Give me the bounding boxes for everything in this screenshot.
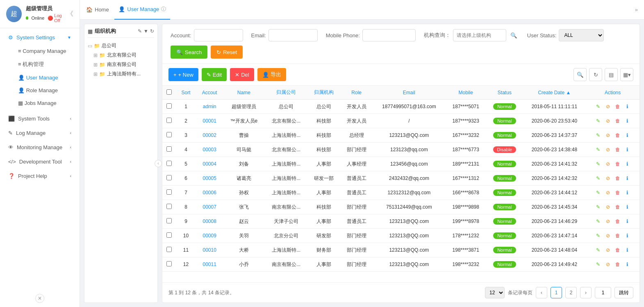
cell-account[interactable]: 00005 <box>196 171 223 186</box>
action-delete-btn[interactable]: 🗑 <box>614 102 622 111</box>
delete-button[interactable]: ✕ Del <box>230 68 254 81</box>
cell-account[interactable]: 00008 <box>196 214 223 229</box>
action-info-btn[interactable]: ℹ <box>624 246 632 254</box>
action-disable-btn[interactable]: ⊘ <box>604 102 612 111</box>
reset-button[interactable]: ↻ Reset <box>211 45 243 59</box>
row-checkbox[interactable] <box>166 232 172 238</box>
row-checkbox[interactable] <box>166 118 172 123</box>
cell-account[interactable]: 00004 <box>196 157 223 171</box>
row-checkbox[interactable] <box>166 146 172 152</box>
action-disable-btn[interactable]: ⊘ <box>604 174 612 182</box>
action-disable-btn[interactable]: ⊘ <box>604 203 612 211</box>
topbar-expand[interactable]: » <box>635 7 638 13</box>
action-edit-btn[interactable]: ✎ <box>594 102 602 111</box>
row-checkbox[interactable] <box>166 247 172 252</box>
expand-org-icon[interactable]: ▼ <box>143 28 148 34</box>
cell-account[interactable]: 00006 <box>196 186 223 200</box>
cell-account[interactable]: 00011 <box>196 257 223 272</box>
cell-account[interactable]: 00002 <box>196 128 223 143</box>
action-info-btn[interactable]: ℹ <box>624 117 632 125</box>
cell-account[interactable]: 00009 <box>196 229 223 243</box>
action-info-btn[interactable]: ℹ <box>624 189 632 197</box>
action-edit-btn[interactable]: ✎ <box>594 174 602 182</box>
action-disable-btn[interactable]: ⊘ <box>604 146 612 154</box>
table-view-btn[interactable]: ▤ <box>605 68 618 81</box>
action-delete-btn[interactable]: 🗑 <box>614 203 622 211</box>
status-select[interactable]: ALL Normal Disable <box>559 29 604 41</box>
action-edit-btn[interactable]: ✎ <box>594 189 602 197</box>
action-delete-btn[interactable]: 🗑 <box>614 117 622 125</box>
nav-item-log-manage[interactable]: ✎ Log Manage ‹ <box>0 126 80 140</box>
email-input[interactable] <box>269 29 318 41</box>
action-info-btn[interactable]: ℹ <box>624 232 632 240</box>
select-all-checkbox[interactable] <box>166 89 172 95</box>
refresh-btn[interactable]: ↻ <box>589 68 602 81</box>
action-edit-btn[interactable]: ✎ <box>594 131 602 139</box>
action-delete-btn[interactable]: 🗑 <box>614 189 622 197</box>
action-disable-btn[interactable]: ⊘ <box>604 131 612 139</box>
action-delete-btn[interactable]: 🗑 <box>614 131 622 139</box>
grid-view-btn[interactable]: ▦▾ <box>620 68 633 81</box>
nav-item-system-tools[interactable]: ⬛ System Tools ‹ <box>0 111 80 126</box>
action-disable-btn[interactable]: ⊘ <box>604 246 612 254</box>
sidebar-item-jobs[interactable]: ▦ Jobs Manage <box>0 97 80 109</box>
nav-item-system-settings[interactable]: ⚙ System Settings ▼ <box>0 30 80 45</box>
action-info-btn[interactable]: ℹ <box>624 102 632 111</box>
sidebar-item-user[interactable]: 👤 User Manage <box>0 71 80 84</box>
prev-page-btn[interactable]: ‹ <box>536 287 547 298</box>
goto-btn[interactable]: 跳转 <box>614 287 633 298</box>
tab-user-manage[interactable]: 👤 User Manage ⓘ <box>114 0 170 20</box>
row-checkbox[interactable] <box>166 218 172 223</box>
action-disable-btn[interactable]: ⊘ <box>604 117 612 125</box>
home-link[interactable]: Home <box>95 7 109 13</box>
action-delete-btn[interactable]: 🗑 <box>614 146 622 154</box>
nav-item-dev-tool[interactable]: </> Development Tool ‹ <box>0 155 80 169</box>
row-checkbox[interactable] <box>166 261 172 266</box>
action-edit-btn[interactable]: ✎ <box>594 117 602 125</box>
action-delete-btn[interactable]: 🗑 <box>614 260 622 268</box>
page-2-btn[interactable]: 2 <box>565 287 577 298</box>
action-delete-btn[interactable]: 🗑 <box>614 232 622 240</box>
row-checkbox[interactable] <box>166 189 172 195</box>
mobile-input[interactable] <box>362 29 416 41</box>
action-delete-btn[interactable]: 🗑 <box>614 217 622 225</box>
action-disable-btn[interactable]: ⊘ <box>604 189 612 197</box>
action-edit-btn[interactable]: ✎ <box>594 232 602 240</box>
export-button[interactable]: 👤 导出 <box>257 68 286 81</box>
org-input[interactable] <box>453 29 506 41</box>
action-info-btn[interactable]: ℹ <box>624 160 632 168</box>
refresh-org-icon[interactable]: ↻ <box>150 28 154 34</box>
action-info-btn[interactable]: ℹ <box>624 203 632 211</box>
tree-item-shanghai[interactable]: ⊞ 📁 上海法斯特有... <box>93 69 154 79</box>
row-checkbox[interactable] <box>166 175 172 180</box>
logout-link[interactable]: 🔴 Log Off <box>48 13 63 23</box>
action-disable-btn[interactable]: ⊘ <box>604 232 612 240</box>
edit-org-icon[interactable]: ✎ <box>138 28 142 34</box>
row-checkbox[interactable] <box>166 161 172 166</box>
cell-account[interactable]: 00007 <box>196 200 223 214</box>
action-disable-btn[interactable]: ⊘ <box>604 160 612 168</box>
sidebar-item-org[interactable]: ≡ 机构管理 <box>0 57 80 71</box>
goto-input[interactable] <box>595 287 611 298</box>
sidebar-item-role[interactable]: 👤 Role Manage <box>0 84 80 97</box>
action-delete-btn[interactable]: 🗑 <box>614 246 622 254</box>
cell-account[interactable]: admin <box>196 100 223 114</box>
cell-account[interactable]: 00010 <box>196 243 223 257</box>
action-delete-btn[interactable]: 🗑 <box>614 174 622 182</box>
action-info-btn[interactable]: ℹ <box>624 146 632 154</box>
tree-item-nanjing[interactable]: ⊞ 📁 南京有限公司 <box>93 60 154 69</box>
action-edit-btn[interactable]: ✎ <box>594 146 602 154</box>
action-edit-btn[interactable]: ✎ <box>594 203 602 211</box>
action-info-btn[interactable]: ℹ <box>624 131 632 139</box>
page-1-btn[interactable]: 1 <box>551 287 562 298</box>
nav-item-project-help[interactable]: ❓ Project Help ‹ <box>0 169 80 183</box>
sidebar-item-company[interactable]: ≡ Company Manage <box>0 45 80 57</box>
action-delete-btn[interactable]: 🗑 <box>614 160 622 168</box>
org-search-icon-btn[interactable]: 🔍 <box>509 31 519 40</box>
page-size-select[interactable]: 12 20 50 <box>485 287 505 298</box>
nav-item-monitoring[interactable]: 👁 Monitoring Manage ‹ <box>0 140 80 155</box>
edit-button[interactable]: ✎ Edit <box>202 68 227 81</box>
sidebar-collapse-btn[interactable]: 《 <box>67 10 73 18</box>
cell-account[interactable]: 00003 <box>196 143 223 157</box>
feedback-btn[interactable]: ✕ <box>35 294 44 303</box>
